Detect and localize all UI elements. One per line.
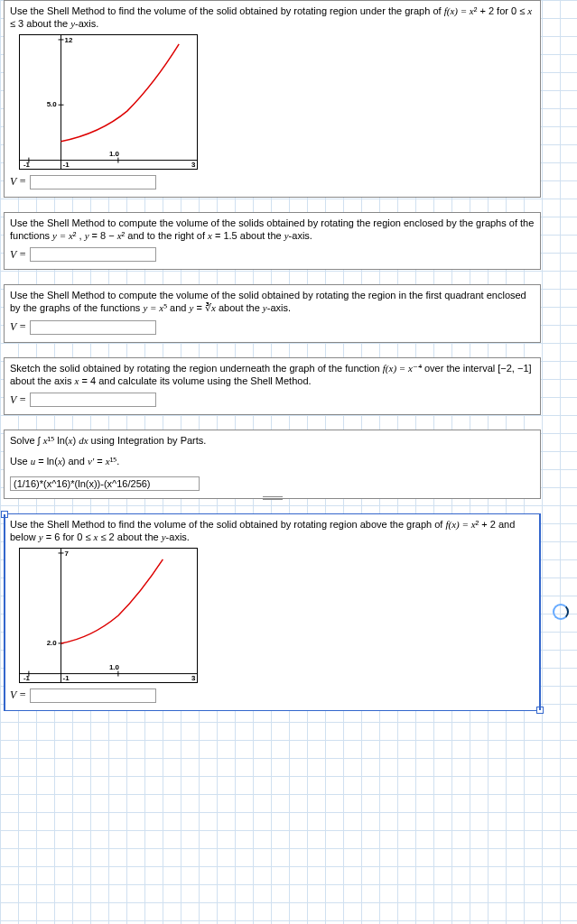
problem-3: Use the Shell Method to compute the volu… — [4, 284, 541, 343]
svg-text:3: 3 — [191, 161, 196, 169]
svg-text:1.0: 1.0 — [109, 662, 120, 670]
problems-container: Use the Shell Method to find the volume … — [4, 0, 541, 711]
axes — [20, 549, 197, 682]
problem-text: Use the Shell Method to find the volume … — [10, 5, 535, 31]
graph-1: 12 5.0 1.0 -1 -1 3 — [19, 34, 198, 170]
answer-row: V = — [10, 247, 535, 262]
svg-text:12: 12 — [64, 36, 72, 44]
answer-label: V = — [10, 248, 26, 262]
svg-text:-1: -1 — [23, 161, 31, 169]
answer-input-4[interactable] — [30, 393, 156, 407]
problem-1: Use the Shell Method to find the volume … — [4, 0, 541, 198]
svg-text:-1: -1 — [63, 674, 70, 682]
answer-input-2[interactable] — [30, 247, 156, 262]
problem-6[interactable]: Use the Shell Method to find the volume … — [4, 513, 541, 711]
curve — [61, 43, 180, 141]
svg-text:3: 3 — [191, 674, 196, 682]
problem-2: Use the Shell Method to compute the volu… — [4, 212, 541, 271]
resize-handle-icon[interactable] — [259, 494, 286, 502]
problem-text: Use the Shell Method to find the volume … — [10, 518, 535, 544]
answer-input-1[interactable] — [30, 175, 156, 189]
problem-subtext: Use u = ln(x) and v′ = x¹⁵. — [10, 455, 535, 467]
svg-text:-1: -1 — [23, 674, 31, 682]
answer-input-3[interactable] — [30, 320, 156, 335]
svg-text:5.0: 5.0 — [47, 100, 58, 108]
svg-text:1.0: 1.0 — [109, 149, 120, 157]
problem-text: Sketch the solid obtained by rotating th… — [10, 362, 535, 388]
loading-spinner-icon — [553, 604, 569, 620]
selection-edge-right — [539, 514, 541, 710]
problem-text: Use the Shell Method to compute the volu… — [10, 217, 535, 243]
problem-text: Use the Shell Method to compute the volu… — [10, 289, 535, 315]
answer-row — [10, 476, 535, 491]
svg-text:2.0: 2.0 — [47, 638, 58, 646]
problem-5: Solve ∫ x¹⁵ ln(x) dx using Integration b… — [4, 430, 541, 499]
plot-svg: 7 2.0 1.0 -1 -1 3 — [20, 549, 197, 682]
problem-text: Solve ∫ x¹⁵ ln(x) dx using Integration b… — [10, 434, 535, 447]
ticks — [29, 553, 118, 677]
answer-row: V = — [10, 393, 535, 407]
answer-label: V = — [10, 688, 26, 702]
answer-label: V = — [10, 320, 26, 334]
answer-row: V = — [10, 688, 535, 703]
curve — [61, 559, 163, 642]
answer-input-5[interactable] — [10, 476, 200, 491]
graph-6: 7 2.0 1.0 -1 -1 3 — [19, 548, 198, 683]
selection-edge-left — [4, 514, 5, 710]
ticks — [29, 40, 118, 163]
answer-input-6[interactable] — [30, 688, 156, 703]
answer-label: V = — [10, 393, 26, 407]
answer-row: V = — [10, 175, 535, 189]
plot-svg: 12 5.0 1.0 -1 -1 3 — [20, 35, 197, 169]
answer-row: V = — [10, 320, 535, 335]
svg-text:7: 7 — [64, 549, 69, 557]
problem-4: Sketch the solid obtained by rotating th… — [4, 357, 541, 416]
svg-text:-1: -1 — [63, 161, 70, 169]
answer-label: V = — [10, 175, 26, 189]
